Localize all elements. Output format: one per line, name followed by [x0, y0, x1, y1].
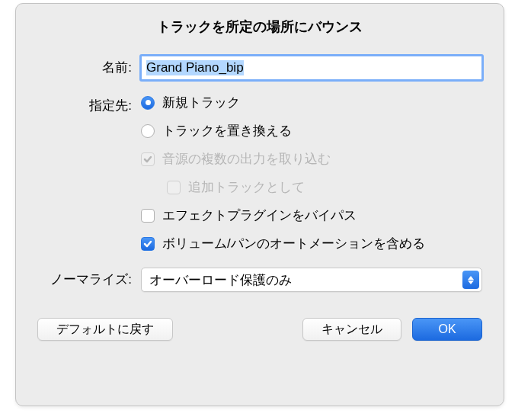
- check-include-multioutput: 音源の複数の出力を取り込む: [141, 150, 482, 168]
- checkbox-icon: [141, 237, 155, 251]
- radio-icon: [141, 96, 155, 110]
- check-as-additional-tracks: 追加トラックとして: [141, 178, 482, 196]
- radio-replace-track[interactable]: トラックを置き換える: [141, 122, 482, 139]
- normalize-label: ノーマライズ:: [37, 268, 141, 288]
- checkbox-label: 音源の複数の出力を取り込む: [162, 150, 331, 168]
- normalize-select[interactable]: オーバーロード保護のみ: [141, 268, 482, 292]
- name-label: 名前:: [37, 56, 141, 76]
- dialog-footer: デフォルトに戻す キャンセル OK: [37, 318, 482, 341]
- name-input[interactable]: [141, 56, 482, 80]
- checkbox-label: 追加トラックとして: [188, 178, 305, 196]
- destination-radio-group: 新規トラック トラックを置き換える 音源の複数の出力を取り込む 追: [141, 94, 482, 252]
- dialog-title: トラックを所定の場所にバウンス: [37, 18, 482, 36]
- radio-label: トラックを置き換える: [162, 122, 292, 139]
- radio-new-track[interactable]: 新規トラック: [141, 94, 482, 111]
- checkbox-label: ボリューム/パンのオートメーションを含める: [162, 235, 425, 252]
- updown-arrows-icon: [462, 271, 479, 289]
- checkbox-icon: [141, 152, 155, 166]
- check-bypass-effects[interactable]: エフェクトプラグインをバイパス: [141, 207, 482, 224]
- checkbox-icon: [141, 209, 155, 223]
- radio-icon: [141, 124, 155, 138]
- check-include-volume-pan-automation[interactable]: ボリューム/パンのオートメーションを含める: [141, 235, 482, 252]
- checkbox-icon: [167, 181, 181, 194]
- destination-label: 指定先:: [37, 94, 141, 114]
- cancel-button[interactable]: キャンセル: [302, 318, 401, 341]
- normalize-select-button[interactable]: オーバーロード保護のみ: [141, 268, 482, 292]
- bounce-dialog: トラックを所定の場所にバウンス 名前: 指定先: 新規トラック トラックを置き換…: [15, 3, 504, 406]
- ok-button[interactable]: OK: [412, 318, 482, 341]
- name-row: 名前:: [37, 56, 482, 80]
- reset-defaults-button[interactable]: デフォルトに戻す: [37, 318, 173, 341]
- radio-label: 新規トラック: [162, 94, 240, 111]
- destination-row: 指定先: 新規トラック トラックを置き換える 音源の複数の出力を取り込む: [37, 94, 482, 252]
- checkbox-label: エフェクトプラグインをバイパス: [162, 207, 357, 224]
- normalize-row: ノーマライズ: オーバーロード保護のみ: [37, 268, 482, 292]
